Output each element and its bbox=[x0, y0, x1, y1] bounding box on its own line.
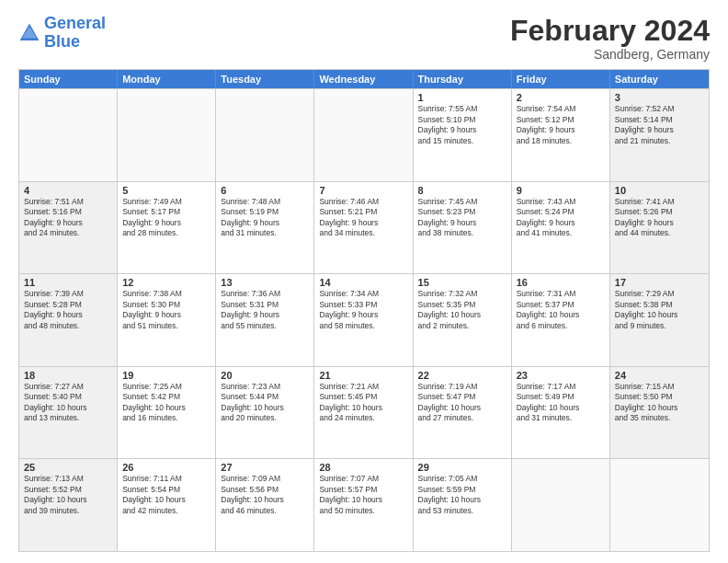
logo-text: General Blue bbox=[44, 15, 106, 52]
calendar-row-5: 25Sunrise: 7:13 AMSunset: 5:52 PMDayligh… bbox=[19, 458, 709, 551]
day-number: 21 bbox=[319, 370, 407, 381]
day-info: Sunrise: 7:51 AMSunset: 5:16 PMDaylight:… bbox=[24, 197, 112, 239]
day-cell-14: 14Sunrise: 7:34 AMSunset: 5:33 PMDayligh… bbox=[314, 274, 413, 366]
day-number: 9 bbox=[517, 185, 605, 196]
day-info: Sunrise: 7:46 AMSunset: 5:21 PMDaylight:… bbox=[319, 197, 407, 239]
empty-cell bbox=[512, 459, 610, 551]
day-number: 25 bbox=[24, 462, 112, 473]
location: Sandberg, Germany bbox=[510, 47, 710, 62]
day-cell-11: 11Sunrise: 7:39 AMSunset: 5:28 PMDayligh… bbox=[19, 274, 118, 366]
day-cell-4: 4Sunrise: 7:51 AMSunset: 5:16 PMDaylight… bbox=[19, 182, 118, 274]
day-cell-18: 18Sunrise: 7:27 AMSunset: 5:40 PMDayligh… bbox=[19, 367, 118, 459]
day-cell-2: 2Sunrise: 7:54 AMSunset: 5:12 PMDaylight… bbox=[512, 89, 610, 181]
day-number: 5 bbox=[122, 185, 210, 196]
page: General Blue February 2024 Sandberg, Ger… bbox=[0, 0, 728, 563]
day-number: 22 bbox=[418, 370, 506, 381]
day-info: Sunrise: 7:52 AMSunset: 5:14 PMDaylight:… bbox=[615, 104, 704, 146]
day-number: 6 bbox=[221, 185, 309, 196]
calendar-header: SundayMondayTuesdayWednesdayThursdayFrid… bbox=[19, 70, 709, 88]
day-info: Sunrise: 7:21 AMSunset: 5:45 PMDaylight:… bbox=[319, 382, 407, 424]
day-number: 17 bbox=[615, 277, 704, 288]
day-cell-9: 9Sunrise: 7:43 AMSunset: 5:24 PMDaylight… bbox=[512, 182, 610, 274]
day-info: Sunrise: 7:13 AMSunset: 5:52 PMDaylight:… bbox=[24, 474, 112, 516]
day-number: 8 bbox=[418, 185, 506, 196]
day-info: Sunrise: 7:25 AMSunset: 5:42 PMDaylight:… bbox=[122, 382, 210, 424]
day-cell-5: 5Sunrise: 7:49 AMSunset: 5:17 PMDaylight… bbox=[118, 182, 216, 274]
day-number: 23 bbox=[517, 370, 605, 381]
day-info: Sunrise: 7:15 AMSunset: 5:50 PMDaylight:… bbox=[615, 382, 704, 424]
header: General Blue February 2024 Sandberg, Ger… bbox=[18, 15, 710, 62]
day-number: 16 bbox=[517, 277, 605, 288]
day-number: 27 bbox=[221, 462, 309, 473]
svg-marker-1 bbox=[22, 27, 37, 39]
day-cell-3: 3Sunrise: 7:52 AMSunset: 5:14 PMDaylight… bbox=[610, 89, 709, 181]
day-cell-1: 1Sunrise: 7:55 AMSunset: 5:10 PMDaylight… bbox=[414, 89, 512, 181]
calendar-row-2: 4Sunrise: 7:51 AMSunset: 5:16 PMDaylight… bbox=[19, 181, 709, 274]
day-cell-17: 17Sunrise: 7:29 AMSunset: 5:38 PMDayligh… bbox=[610, 274, 709, 366]
day-cell-22: 22Sunrise: 7:19 AMSunset: 5:47 PMDayligh… bbox=[414, 367, 512, 459]
day-header-friday: Friday bbox=[512, 70, 610, 88]
empty-cell bbox=[118, 89, 216, 181]
day-cell-20: 20Sunrise: 7:23 AMSunset: 5:44 PMDayligh… bbox=[216, 367, 314, 459]
day-cell-13: 13Sunrise: 7:36 AMSunset: 5:31 PMDayligh… bbox=[216, 274, 314, 366]
day-header-tuesday: Tuesday bbox=[216, 70, 314, 88]
day-info: Sunrise: 7:19 AMSunset: 5:47 PMDaylight:… bbox=[418, 382, 506, 424]
day-info: Sunrise: 7:05 AMSunset: 5:59 PMDaylight:… bbox=[418, 474, 506, 516]
day-number: 13 bbox=[221, 277, 309, 288]
calendar: SundayMondayTuesdayWednesdayThursdayFrid… bbox=[18, 69, 710, 552]
day-header-thursday: Thursday bbox=[414, 70, 512, 88]
day-cell-26: 26Sunrise: 7:11 AMSunset: 5:54 PMDayligh… bbox=[118, 459, 216, 551]
calendar-row-4: 18Sunrise: 7:27 AMSunset: 5:40 PMDayligh… bbox=[19, 366, 709, 459]
day-cell-24: 24Sunrise: 7:15 AMSunset: 5:50 PMDayligh… bbox=[610, 367, 709, 459]
day-info: Sunrise: 7:36 AMSunset: 5:31 PMDaylight:… bbox=[221, 289, 309, 331]
title-block: February 2024 Sandberg, Germany bbox=[510, 15, 710, 62]
day-cell-29: 29Sunrise: 7:05 AMSunset: 5:59 PMDayligh… bbox=[414, 459, 512, 551]
day-cell-21: 21Sunrise: 7:21 AMSunset: 5:45 PMDayligh… bbox=[314, 367, 413, 459]
empty-cell bbox=[610, 459, 709, 551]
empty-cell bbox=[19, 89, 118, 181]
day-number: 20 bbox=[221, 370, 309, 381]
day-info: Sunrise: 7:17 AMSunset: 5:49 PMDaylight:… bbox=[517, 382, 605, 424]
day-cell-8: 8Sunrise: 7:45 AMSunset: 5:23 PMDaylight… bbox=[414, 182, 512, 274]
day-number: 15 bbox=[418, 277, 506, 288]
day-cell-12: 12Sunrise: 7:38 AMSunset: 5:30 PMDayligh… bbox=[118, 274, 216, 366]
day-number: 18 bbox=[24, 370, 112, 381]
day-number: 2 bbox=[517, 92, 605, 103]
calendar-row-3: 11Sunrise: 7:39 AMSunset: 5:28 PMDayligh… bbox=[19, 273, 709, 366]
logo-icon bbox=[18, 22, 40, 44]
day-header-sunday: Sunday bbox=[19, 70, 118, 88]
day-number: 4 bbox=[24, 185, 112, 196]
day-number: 29 bbox=[418, 462, 506, 473]
day-info: Sunrise: 7:41 AMSunset: 5:26 PMDaylight:… bbox=[615, 197, 704, 239]
day-number: 3 bbox=[615, 92, 704, 103]
day-info: Sunrise: 7:27 AMSunset: 5:40 PMDaylight:… bbox=[24, 382, 112, 424]
day-number: 24 bbox=[615, 370, 704, 381]
day-number: 26 bbox=[122, 462, 210, 473]
day-number: 14 bbox=[319, 277, 407, 288]
day-info: Sunrise: 7:49 AMSunset: 5:17 PMDaylight:… bbox=[122, 197, 210, 239]
day-header-wednesday: Wednesday bbox=[314, 70, 413, 88]
day-info: Sunrise: 7:32 AMSunset: 5:35 PMDaylight:… bbox=[418, 289, 506, 331]
day-info: Sunrise: 7:34 AMSunset: 5:33 PMDaylight:… bbox=[319, 289, 407, 331]
day-number: 28 bbox=[319, 462, 407, 473]
day-cell-28: 28Sunrise: 7:07 AMSunset: 5:57 PMDayligh… bbox=[314, 459, 413, 551]
day-info: Sunrise: 7:07 AMSunset: 5:57 PMDaylight:… bbox=[319, 474, 407, 516]
day-cell-6: 6Sunrise: 7:48 AMSunset: 5:19 PMDaylight… bbox=[216, 182, 314, 274]
day-cell-16: 16Sunrise: 7:31 AMSunset: 5:37 PMDayligh… bbox=[512, 274, 610, 366]
day-info: Sunrise: 7:55 AMSunset: 5:10 PMDaylight:… bbox=[418, 104, 506, 146]
day-cell-27: 27Sunrise: 7:09 AMSunset: 5:56 PMDayligh… bbox=[216, 459, 314, 551]
day-info: Sunrise: 7:29 AMSunset: 5:38 PMDaylight:… bbox=[615, 289, 704, 331]
day-info: Sunrise: 7:23 AMSunset: 5:44 PMDaylight:… bbox=[221, 382, 309, 424]
day-cell-7: 7Sunrise: 7:46 AMSunset: 5:21 PMDaylight… bbox=[314, 182, 413, 274]
day-number: 10 bbox=[615, 185, 704, 196]
day-info: Sunrise: 7:43 AMSunset: 5:24 PMDaylight:… bbox=[517, 197, 605, 239]
calendar-body: 1Sunrise: 7:55 AMSunset: 5:10 PMDaylight… bbox=[19, 88, 709, 551]
day-info: Sunrise: 7:48 AMSunset: 5:19 PMDaylight:… bbox=[221, 197, 309, 239]
day-info: Sunrise: 7:11 AMSunset: 5:54 PMDaylight:… bbox=[122, 474, 210, 516]
day-header-monday: Monday bbox=[118, 70, 216, 88]
day-info: Sunrise: 7:45 AMSunset: 5:23 PMDaylight:… bbox=[418, 197, 506, 239]
month-title: February 2024 bbox=[510, 15, 710, 47]
day-cell-19: 19Sunrise: 7:25 AMSunset: 5:42 PMDayligh… bbox=[118, 367, 216, 459]
empty-cell bbox=[216, 89, 314, 181]
day-cell-25: 25Sunrise: 7:13 AMSunset: 5:52 PMDayligh… bbox=[19, 459, 118, 551]
